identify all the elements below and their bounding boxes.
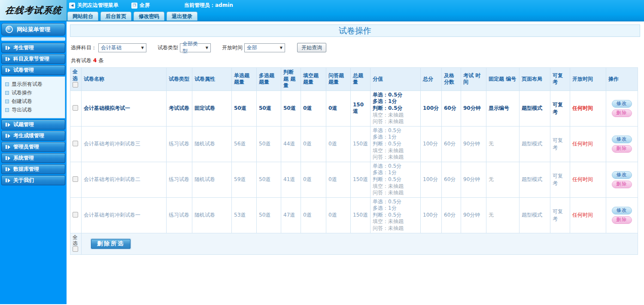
filter-bar: 选择科目： 会计基础 ▼ 试卷类型 全部类型 ▼ 开放时间 全部 ▼ 开始查询 [71, 43, 640, 52]
sidebar-item-label: 试卷管理 [13, 66, 34, 74]
delete-button[interactable]: 删除 [612, 145, 632, 153]
sidebar-item-about-us[interactable]: 关于我们 [1, 175, 65, 185]
sidebar-item-subject-chapter-mgmt[interactable]: 科目及章节管理 [1, 54, 65, 64]
fullscreen-label: 全屏 [140, 2, 150, 9]
menu-arrow-icon [6, 167, 10, 172]
submenu-item-label: 显示所有试卷 [12, 81, 43, 88]
sidebar-item-label: 关于我们 [13, 177, 34, 184]
sidebar-item-paper-mgmt[interactable]: 试卷管理 [1, 65, 65, 75]
cell-paper-attr: 随机试卷 [192, 197, 232, 233]
cell-open-time: 任何时间 [570, 91, 606, 126]
cell-page-layout: 题型模式 [519, 197, 550, 233]
bullet-square-icon [5, 108, 9, 112]
cell-pass-score: 60分 [442, 197, 461, 233]
cell-total-count: 150道 [351, 162, 371, 197]
edit-button[interactable]: 修改 [612, 136, 632, 143]
submenu-item-show-all-papers[interactable]: 显示所有试卷 [2, 80, 65, 88]
cell-operations: 修改 删除 [606, 197, 638, 233]
search-button[interactable]: 开始查询 [297, 43, 326, 52]
collapse-menu-button[interactable]: ◀ 关闭左边管理菜单 [69, 2, 118, 9]
row-checkbox[interactable] [73, 105, 78, 111]
cell-paper-type: 练习试卷 [167, 197, 192, 233]
edit-button[interactable]: 修改 [612, 171, 632, 179]
cell-paper-type: 考试试卷 [167, 91, 192, 126]
submenu-item-export-paper[interactable]: 导出试卷 [2, 106, 65, 114]
sidebar-item-score-mgmt[interactable]: 考生成绩管理 [1, 131, 65, 141]
open-time-select[interactable]: 全部 ▼ [244, 43, 285, 52]
cell-qa-count: 0道 [326, 197, 351, 233]
tab-site-front[interactable]: 网站前台 [67, 12, 98, 21]
delete-selected-button[interactable]: 删除所选 [91, 239, 131, 249]
cell-pass-score: 60分 [442, 91, 461, 126]
cell-multi-count: 50道 [257, 126, 281, 162]
menu-arrow-icon [6, 134, 10, 138]
row-checkbox[interactable] [73, 141, 78, 146]
cell-single-count: 50道 [232, 91, 257, 126]
sidebar-item-system-mgmt[interactable]: 系统管理 [1, 153, 65, 163]
cell-fixed-number: 无 [486, 162, 519, 197]
subject-select[interactable]: 会计基础 ▼ [98, 43, 146, 52]
cell-qa-count: 0道 [326, 126, 351, 162]
cell-pass-score: 60分 [442, 162, 461, 197]
menu-arrow-icon [6, 57, 10, 61]
sidebar-item-database-mgmt[interactable]: 数据库管理 [1, 164, 65, 174]
cell-fill-count: 0道 [301, 126, 326, 162]
menu-circle-icon [6, 26, 13, 33]
delete-button[interactable]: 删除 [612, 216, 632, 224]
open-time-select-value: 全部 [247, 44, 257, 51]
sidebar-item-examinee-mgmt[interactable]: 考生管理 [1, 43, 65, 53]
top-bar: 在线考试系统 ◀ 关闭左边管理菜单 ❐ 全屏 当前管理员：admin 网站前台 … [0, 0, 644, 21]
header-retake: 可复考 [550, 68, 570, 91]
cell-paper-name: 会计基础考前冲刺试卷一 [82, 197, 167, 233]
tab-logout[interactable]: 退出登录 [167, 12, 197, 21]
cell-retake: 可复考 [550, 197, 570, 233]
cell-judge-count: 47道 [281, 197, 301, 233]
header-judge-count: 判断题 题量 [281, 68, 301, 91]
header-open-time: 开放时间 [570, 68, 606, 91]
header-total-count: 总题量 [351, 68, 371, 91]
cell-open-time: 任何时间 [570, 197, 606, 233]
select-all-checkbox[interactable] [73, 82, 78, 88]
tab-admin-home[interactable]: 后台首页 [100, 12, 131, 21]
cell-judge-count: 41道 [281, 162, 301, 197]
sidebar-item-admin-mgmt[interactable]: 管理员管理 [1, 142, 65, 152]
footer-actions-cell: 删除所选 [82, 233, 638, 254]
submenu-item-label: 导出试卷 [12, 106, 32, 114]
papers-table: 全选 试卷名称 试卷类型 试卷属性 单选题 题量 多选题 题量 判断题 题量 填… [70, 67, 638, 255]
sidebar-item-question-mgmt[interactable]: 试题管理 [1, 120, 65, 130]
paper-type-select[interactable]: 全部类型 ▼ [180, 43, 211, 52]
bullet-square-icon [5, 82, 9, 86]
cell-retake: 可复考 [550, 162, 570, 197]
top-nav-row: ◀ 关闭左边管理菜单 ❐ 全屏 当前管理员：admin [67, 0, 644, 11]
cell-fill-count: 0道 [301, 162, 326, 197]
edit-button[interactable]: 修改 [612, 207, 632, 214]
paper-type-select-value: 全部类型 [182, 40, 202, 55]
page-title-bar: 试卷操作 [70, 24, 640, 37]
header-paper-attr: 试卷属性 [192, 68, 232, 91]
edit-button[interactable]: 修改 [612, 100, 632, 108]
delete-button[interactable]: 删除 [612, 181, 632, 188]
app-logo-text: 在线考试系统 [4, 4, 63, 16]
submenu-item-paper-operations[interactable]: 试卷操作 [2, 88, 65, 97]
bullet-square-icon [5, 100, 9, 103]
row-checkbox[interactable] [73, 176, 78, 182]
delete-button[interactable]: 删除 [612, 109, 632, 117]
cell-exam-time: 90分钟 [461, 91, 486, 126]
footer-select-all-label: 全选 [73, 234, 79, 247]
dropdown-arrow-icon: ▼ [141, 46, 144, 50]
collapse-left-icon: ◀ [69, 3, 75, 9]
header-page-layout: 页面布局 [519, 68, 550, 91]
fullscreen-button[interactable]: ❐ 全屏 [131, 2, 150, 9]
header-single-count: 单选题 题量 [232, 68, 257, 91]
menu-arrow-icon [6, 46, 10, 50]
current-admin-label: 当前管理员：admin [184, 2, 233, 9]
cell-pass-score: 60分 [442, 126, 461, 162]
tab-change-password[interactable]: 修改密码 [134, 12, 164, 21]
submenu-item-label: 创建试卷 [12, 98, 32, 105]
sidebar-item-label: 考生管理 [13, 44, 34, 51]
footer-select-all-checkbox[interactable] [73, 246, 78, 252]
submenu-item-create-paper[interactable]: 创建试卷 [2, 97, 65, 106]
cell-total-score: 100分 [421, 162, 442, 197]
header-qa-count: 问答题 题量 [326, 68, 351, 91]
row-checkbox[interactable] [73, 212, 78, 217]
